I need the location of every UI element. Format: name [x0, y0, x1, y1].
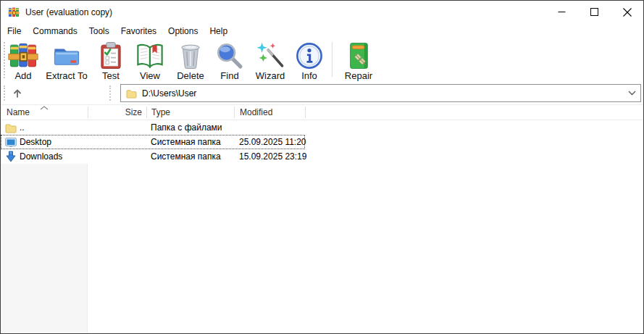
tool-label: Wizard — [256, 70, 285, 81]
maximize-button[interactable] — [578, 1, 611, 23]
up-arrow-icon — [12, 88, 23, 99]
file-name: .. — [20, 122, 25, 133]
desktop-folder-icon — [5, 137, 17, 148]
address-combobox[interactable]: D:\Users\User — [120, 84, 641, 102]
view-file-icon — [135, 41, 165, 71]
repair-icon — [343, 41, 374, 71]
folder-icon — [126, 88, 137, 99]
chevron-down-icon[interactable] — [628, 91, 636, 96]
toolbar-separator — [332, 42, 333, 77]
winrar-app-icon — [8, 7, 20, 18]
type-cell: Системная папка — [146, 137, 234, 147]
type-cell: Папка с файлами — [146, 122, 234, 133]
menu-favorites[interactable]: Favorites — [115, 25, 162, 38]
titlebar[interactable]: User (evaluation copy) — [1, 1, 643, 23]
file-row-desktop[interactable]: Desktop Системная папка 25.09.2025 11:20 — [1, 135, 305, 149]
modified-cell: 25.09.2025 11:20 — [234, 137, 304, 147]
column-resize-handle[interactable] — [234, 107, 235, 118]
tool-label: Add — [14, 70, 31, 81]
info-icon — [294, 41, 325, 71]
extract-to-icon — [51, 41, 82, 71]
winrar-window: User (evaluation copy) File Commands Too… — [0, 0, 644, 334]
find-button[interactable]: Find — [211, 38, 248, 81]
tool-label: Info — [301, 70, 317, 81]
window-controls — [545, 1, 643, 23]
repair-button[interactable]: Repair — [338, 38, 380, 81]
wizard-icon — [255, 41, 285, 71]
test-button[interactable]: Test — [92, 38, 130, 81]
type-cell: Системная папка — [146, 151, 234, 162]
minimize-icon — [558, 8, 566, 16]
address-gripper[interactable] — [4, 85, 5, 101]
tool-label: View — [140, 70, 160, 81]
address-path: D:\Users\User — [142, 88, 628, 99]
delete-icon — [175, 41, 206, 71]
menu-commands[interactable]: Commands — [27, 25, 83, 38]
main-toolbar: Add Extract To Test — [1, 38, 643, 82]
address-bar-row: D:\Users\User — [1, 82, 643, 104]
name-cell: Desktop — [1, 137, 88, 148]
column-resize-handle[interactable] — [146, 107, 147, 118]
name-cell: .. — [1, 122, 88, 133]
menu-tools[interactable]: Tools — [83, 25, 115, 38]
extract-to-button[interactable]: Extract To — [41, 38, 92, 81]
sort-ascending-icon — [40, 106, 49, 110]
column-header-modified[interactable]: Modified — [240, 105, 272, 120]
wizard-button[interactable]: Wizard — [248, 38, 292, 81]
menu-options[interactable]: Options — [162, 25, 204, 38]
view-button[interactable]: View — [130, 38, 170, 81]
minimize-button[interactable] — [545, 1, 578, 23]
column-header-row: Name Size Type Modified — [1, 104, 643, 120]
tool-label: Test — [102, 70, 120, 81]
find-icon — [214, 41, 245, 71]
modified-cell: 15.09.2025 23:19 — [234, 151, 304, 162]
tool-label: Delete — [177, 70, 204, 81]
close-icon — [623, 8, 632, 17]
tool-label: Find — [220, 70, 238, 81]
delete-button[interactable]: Delete — [170, 38, 211, 81]
file-list: .. Папка с файлами Desktop Системная пап… — [1, 120, 643, 333]
name-cell: Downloads — [1, 151, 88, 162]
folder-icon — [5, 122, 17, 133]
window-title: User (evaluation copy) — [25, 7, 112, 17]
test-archive-icon — [96, 41, 126, 71]
add-archive-icon — [8, 41, 38, 71]
column-resize-handle[interactable] — [305, 107, 306, 118]
menubar: File Commands Tools Favorites Options He… — [1, 23, 643, 38]
tool-label: Repair — [345, 70, 372, 81]
maximize-icon — [590, 8, 598, 16]
column-header-type[interactable]: Type — [151, 105, 170, 120]
combo-gripper[interactable] — [109, 85, 111, 101]
up-one-level-button[interactable] — [7, 84, 28, 102]
add-button[interactable]: Add — [5, 38, 41, 81]
menu-file[interactable]: File — [1, 25, 27, 38]
downloads-folder-icon — [5, 151, 17, 162]
close-button[interactable] — [611, 1, 643, 23]
column-resize-handle[interactable] — [88, 107, 88, 118]
file-row-downloads[interactable]: Downloads Системная папка 15.09.2025 23:… — [1, 149, 305, 164]
column-header-name[interactable]: Name — [7, 105, 30, 120]
tool-label: Extract To — [46, 70, 88, 81]
file-name: Desktop — [20, 137, 51, 147]
column-header-size[interactable]: Size — [88, 105, 142, 120]
info-button[interactable]: Info — [292, 38, 327, 81]
file-name: Downloads — [20, 151, 62, 162]
menu-help[interactable]: Help — [204, 25, 233, 38]
file-row-parent[interactable]: .. Папка с файлами — [1, 120, 305, 135]
